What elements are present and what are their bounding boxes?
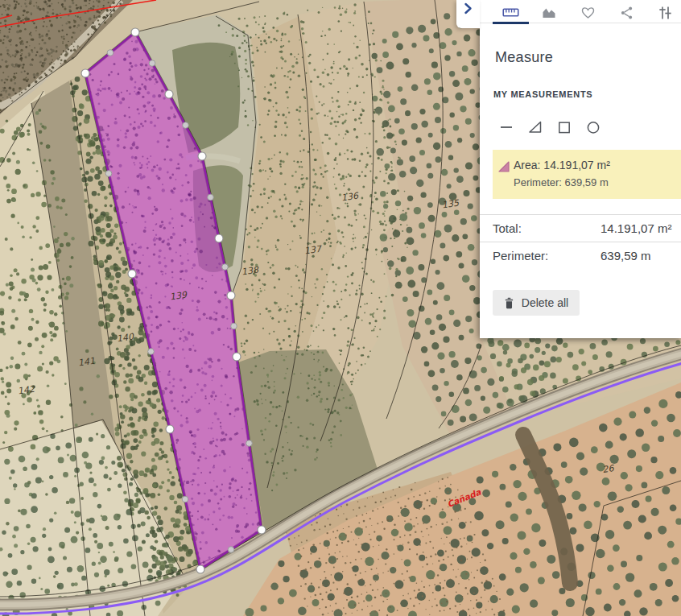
rectangle-tool-button[interactable] [557,120,572,134]
polygon-midpoint-handle[interactable] [231,323,237,329]
totals-table: Total: 14.191,07 m² Perimeter: 639,59 m [480,214,681,269]
polygon-midpoint-handle[interactable] [228,547,234,553]
line-tool-button[interactable] [499,120,514,134]
filters-icon [658,6,673,20]
polygon-midpoint-handle[interactable] [105,171,112,177]
rectangle-tool-icon [557,120,572,134]
share-icon [619,6,634,20]
total-value: 14.191,07 m² [601,221,671,235]
polygon-vertex-handle[interactable] [198,152,206,160]
polygon-vertex-handle[interactable] [81,69,89,77]
ruler-tab-button[interactable] [501,5,519,21]
polygon-vertex-handle[interactable] [196,565,204,573]
perimeter-total-value: 639,59 m [601,249,651,263]
polygon-vertex-handle[interactable] [166,425,174,433]
line-tool-icon [499,120,514,134]
area-value: Area: 14.191,07 m² [514,159,675,172]
polygon-midpoint-handle[interactable] [183,122,189,129]
polygon-vertex-handle[interactable] [258,526,266,534]
measure-app: { "panel": { "tabs": [ {"icon": "ruler-i… [0,0,681,616]
filters-tab-button[interactable] [656,5,674,21]
perimeter-row: Perimeter: 639,59 m [480,242,681,269]
chevron-right-icon [464,2,473,14]
polygon-tool-icon [528,120,543,134]
trash-icon [504,297,514,309]
polygon-midpoint-handle[interactable] [148,349,155,355]
heart-icon [580,6,596,20]
polygon-midpoint-handle[interactable] [107,50,114,56]
polygon-midpoint-handle[interactable] [246,440,253,447]
share-tab-button[interactable] [617,5,635,21]
favorites-tab-button[interactable] [579,5,596,21]
polygon-midpoint-handle[interactable] [208,194,214,201]
perimeter-label: Perimeter: [493,249,601,263]
polygon-vertex-handle[interactable] [165,90,173,98]
measurement-result-card[interactable]: Area: 14.191,07 m² Perimeter: 639,59 m [493,150,681,199]
section-label: MY MEASUREMENTS [493,89,681,99]
panel-toolbar [480,0,681,23]
polygon-midpoint-handle[interactable] [182,496,188,502]
active-tab-underline [493,22,529,24]
circle-tool-button[interactable] [586,120,601,134]
area-measurement-icon [498,161,510,172]
total-row: Total: 14.191,07 m² [480,214,681,242]
delete-all-button[interactable]: Delete all [493,290,580,316]
polygon-midpoint-handle[interactable] [149,60,155,67]
elevation-tab-button[interactable] [540,5,558,21]
polygon-vertex-handle[interactable] [233,353,241,361]
polygon-vertex-handle[interactable] [215,234,223,242]
delete-all-label: Delete all [522,296,568,309]
total-label: Total: [493,221,601,235]
circle-tool-icon [586,120,601,134]
ruler-icon [502,5,519,20]
perimeter-value: Perimeter: 639,59 m [514,176,675,188]
polygon-vertex-handle[interactable] [128,270,136,278]
polygon-tool-button[interactable] [528,120,543,134]
polygon-vertex-handle[interactable] [227,291,235,300]
polygon-vertex-handle[interactable] [131,28,139,36]
elevation-chart-icon [541,6,557,20]
polygon-midpoint-handle[interactable] [222,264,229,271]
page-title: Measure [495,49,681,66]
panel-collapse-button[interactable] [456,0,480,28]
measure-tools [499,120,681,134]
measure-panel: Measure MY MEASUREMENTS Area: 14.1 [480,0,681,338]
